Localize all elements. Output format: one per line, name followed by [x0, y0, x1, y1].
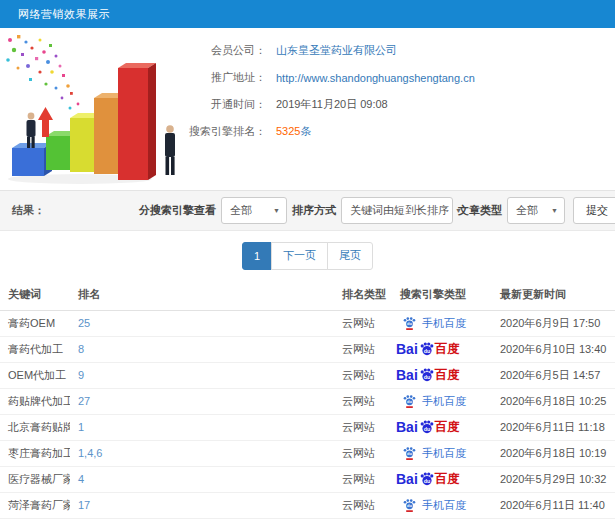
- businessman-left: [27, 113, 36, 148]
- article-type-label: 文章类型: [458, 203, 502, 218]
- col-engine-type: 搜索引擎类型: [392, 280, 492, 310]
- page-title: 网络营销效果展示: [18, 7, 110, 22]
- sort-select[interactable]: 关键词由短到长排序 ▼: [341, 197, 453, 224]
- sort-filter-label: 排序方式: [292, 203, 336, 218]
- filter-band: 结果： 分搜索引擎查看 全部 ▼ 排序方式 关键词由短到长排序 ▼ 文章类型 全…: [0, 190, 615, 231]
- col-keyword: 关键词: [0, 280, 70, 310]
- svg-text:du: du: [424, 478, 431, 484]
- col-updated: 最新更新时间: [492, 280, 615, 310]
- businessman-right: [165, 125, 175, 175]
- page-1-button[interactable]: 1: [242, 242, 272, 270]
- growth-arrow-icon: [38, 107, 53, 137]
- rank-type-cell: 云网站: [334, 440, 392, 466]
- engine-cell: du 手机百度 Bai du 百度: [392, 388, 492, 414]
- pagination: 1 下一页 尾页: [242, 242, 373, 270]
- updated-cell: 2020年6月18日 10:25: [492, 388, 615, 414]
- engine-cell: du 百度 Bai du 百度: [392, 466, 492, 492]
- seo-rank-label: 搜索引擎排名：: [186, 124, 266, 139]
- rank-link[interactable]: 1: [70, 414, 334, 440]
- rank-link[interactable]: 27: [70, 388, 334, 414]
- col-rank-type: 排名类型: [334, 280, 392, 310]
- keyword-cell: 膏药OEM: [0, 310, 70, 336]
- updated-cell: 2020年6月9日 17:50: [492, 310, 615, 336]
- rank-link[interactable]: 8: [70, 336, 334, 362]
- open-time-label: 开通时间：: [186, 97, 266, 112]
- baidu-paw-icon: du: [419, 367, 435, 383]
- rank-type-cell: 云网站: [334, 492, 392, 518]
- seo-rank-suffix: 条: [300, 125, 311, 137]
- updated-cell: 2020年6月11日 11:18: [492, 414, 615, 440]
- seo-rank-count: 5325: [276, 125, 300, 137]
- rank-type-cell: 云网站: [334, 336, 392, 362]
- result-label: 结果：: [12, 203, 45, 218]
- baidu-paw-icon: du: [402, 316, 417, 331]
- engine-cell: du 手机百度 Bai du 百度: [392, 492, 492, 518]
- engine-cell: du 手机百度 Bai du 百度: [392, 310, 492, 336]
- submit-button[interactable]: 提交: [573, 197, 615, 224]
- rank-link[interactable]: 25: [70, 310, 334, 336]
- keyword-cell: 膏药代加工: [0, 336, 70, 362]
- mobile-baidu-logo: du 手机百度: [396, 446, 492, 461]
- baidu-pc-logo: Bai du 百度: [396, 367, 492, 384]
- updated-cell: 2020年6月10日 13:40: [492, 336, 615, 362]
- engine-cell: du 百度 Bai du 百度: [392, 362, 492, 388]
- open-time-row: 开通时间： 2019年11月20日 09:08: [186, 91, 615, 118]
- baidu-pc-logo: Bai du 百度: [396, 471, 492, 488]
- top-bar: 网络营销效果展示: [0, 0, 615, 28]
- seo-rank-row: 搜索引擎排名： 5325条: [186, 118, 615, 145]
- updated-cell: 2020年6月5日 14:57: [492, 362, 615, 388]
- article-type-select[interactable]: 全部 ▼: [507, 197, 565, 224]
- keyword-cell: 药贴牌代加工: [0, 388, 70, 414]
- table-row: 药贴牌代加工 27 云网站 du 手机百度 Bai: [0, 388, 615, 414]
- filter-controls: 分搜索引擎查看 全部 ▼ 排序方式 关键词由短到长排序 ▼ 文章类型 全部 ▼ …: [134, 197, 615, 224]
- table-row: 菏泽膏药厂家 17 云网站 du 手机百度 Bai: [0, 492, 615, 518]
- chevron-down-icon: ▼: [551, 207, 558, 214]
- table-row: 膏药OEM 25 云网站 du 手机百度 Bai: [0, 310, 615, 336]
- next-page-button[interactable]: 下一页: [271, 242, 328, 270]
- open-time-value: 2019年11月20日 09:08: [276, 97, 388, 112]
- svg-text:du: du: [424, 426, 431, 432]
- rank-type-cell: 云网站: [334, 310, 392, 336]
- rank-type-cell: 云网站: [334, 388, 392, 414]
- updated-cell: 2020年6月11日 11:40: [492, 492, 615, 518]
- engine-cell: du 百度 Bai du 百度: [392, 336, 492, 362]
- table-header-row: 关键词 排名 排名类型 搜索引擎类型 最新更新时间: [0, 280, 615, 310]
- member-company-label: 会员公司：: [186, 43, 266, 58]
- baidu-pc-logo: Bai du 百度: [396, 341, 492, 358]
- table-row: 枣庄膏药加工 1,4,6 云网站 du 手机百度 Bai: [0, 440, 615, 466]
- chevron-down-icon: ▼: [273, 207, 280, 214]
- updated-cell: 2020年6月18日 10:19: [492, 440, 615, 466]
- results-table: 关键词 排名 排名类型 搜索引擎类型 最新更新时间 膏药OEM 25 云网站 d…: [0, 280, 615, 519]
- member-company-link[interactable]: 山东皇圣堂药业有限公司: [276, 43, 397, 58]
- updated-cell: 2020年5月29日 10:32: [492, 466, 615, 492]
- rank-link[interactable]: 17: [70, 492, 334, 518]
- svg-text:du: du: [407, 399, 412, 404]
- promo-url-link[interactable]: http://www.shandonghuangshengtang.cn: [276, 72, 475, 84]
- rank-type-cell: 云网站: [334, 362, 392, 388]
- keyword-cell: 菏泽膏药厂家: [0, 492, 70, 518]
- member-company-row: 会员公司： 山东皇圣堂药业有限公司: [186, 37, 615, 64]
- baidu-paw-icon: du: [419, 341, 435, 357]
- rank-link[interactable]: 9: [70, 362, 334, 388]
- col-rank: 排名: [70, 280, 334, 310]
- baidu-paw-icon: du: [402, 498, 417, 513]
- member-info-fields: 会员公司： 山东皇圣堂药业有限公司 推广地址： http://www.shand…: [186, 28, 615, 190]
- table-row: 北京膏药贴牌 1 云网站 du 百度 Bai: [0, 414, 615, 440]
- baidu-paw-icon: du: [419, 471, 435, 487]
- bar-chart-growth-illustration: [0, 28, 186, 188]
- rank-link[interactable]: 4: [70, 466, 334, 492]
- keyword-cell: 北京膏药贴牌: [0, 414, 70, 440]
- engine-cell: du 百度 Bai du 百度: [392, 414, 492, 440]
- mobile-baidu-logo: du 手机百度: [396, 316, 492, 331]
- svg-text:du: du: [407, 451, 412, 456]
- pagination-area: 1 下一页 尾页: [0, 231, 615, 280]
- table-row: OEM代加工 9 云网站 du 百度 Bai: [0, 362, 615, 388]
- promo-url-label: 推广地址：: [186, 70, 266, 85]
- mobile-baidu-logo: du 手机百度: [396, 394, 492, 409]
- rank-link[interactable]: 1,4,6: [70, 440, 334, 466]
- engine-filter-label: 分搜索引擎查看: [139, 203, 216, 218]
- svg-text:du: du: [407, 503, 412, 508]
- keyword-cell: OEM代加工: [0, 362, 70, 388]
- engine-select[interactable]: 全部 ▼: [221, 197, 287, 224]
- last-page-button[interactable]: 尾页: [327, 242, 373, 270]
